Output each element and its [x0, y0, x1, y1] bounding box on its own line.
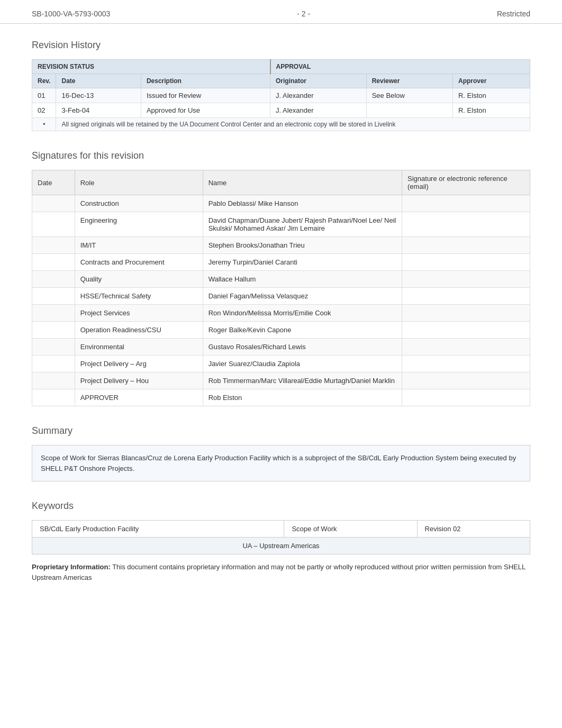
sig-row: Operation Readiness/CSURoger Balke/Kevin…	[32, 322, 530, 339]
sig-row: IM/ITStephen Brooks/Jonathan Trieu	[32, 237, 530, 254]
footer-note: Proprietary Information: This document c…	[32, 562, 530, 583]
sig-cell-name: Rob Timmerman/Marc Villareal/Eddie Murta…	[203, 372, 402, 389]
sig-cell-date	[32, 356, 75, 372]
revision-note-bullet: •	[32, 118, 56, 131]
page-number: - 2 -	[297, 10, 310, 18]
keywords-row-2: UA – Upstream Americas	[32, 538, 530, 554]
sig-cell-signature	[402, 322, 530, 339]
sig-cell-role: Construction	[75, 195, 203, 212]
sig-cell-name: Rob Elston	[203, 389, 402, 406]
sig-cell-date	[32, 389, 75, 406]
keywords-row-1: SB/CdL Early Production Facility Scope o…	[32, 521, 530, 538]
col-header-reviewer: Reviewer	[366, 74, 452, 88]
sig-cell-role: Operation Readiness/CSU	[75, 322, 203, 339]
sig-cell-signature	[402, 237, 530, 254]
sig-cell-date	[32, 305, 75, 322]
revision-cell-description: Approved for Use	[141, 103, 270, 118]
sig-col-name: Name	[203, 170, 402, 195]
sig-cell-signature	[402, 288, 530, 305]
revision-cell-reviewer	[366, 103, 452, 118]
sig-cell-date	[32, 322, 75, 339]
footer-label: Proprietary Information:	[32, 563, 111, 571]
sig-cell-role: Project Services	[75, 305, 203, 322]
sig-cell-date	[32, 339, 75, 356]
sig-cell-signature	[402, 305, 530, 322]
sig-row: Project Delivery – ArgJavier Suarez/Clau…	[32, 356, 530, 372]
revision-cell-date: 16-Dec-13	[56, 88, 141, 103]
sig-col-date: Date	[32, 170, 75, 195]
revision-status-group-header: REVISION STATUS	[32, 60, 270, 74]
sig-col-header-row: Date Role Name Signature or electronic r…	[32, 170, 530, 195]
sig-cell-role: Project Delivery – Arg	[75, 356, 203, 372]
sig-cell-name: Wallace Hallum	[203, 271, 402, 288]
restricted-label: Restricted	[497, 10, 530, 18]
sig-cell-role: Contracts and Procurement	[75, 254, 203, 271]
revision-table: REVISION STATUS APPROVAL Rev. Date Descr…	[32, 59, 530, 131]
page-header: SB-1000-VA-5793-0003 - 2 - Restricted	[0, 0, 562, 24]
sig-cell-name: Roger Balke/Kevin Capone	[203, 322, 402, 339]
keyword-revision: Revision 02	[417, 521, 530, 538]
revision-col-header-row: Rev. Date Description Originator Reviewe…	[32, 74, 530, 88]
summary-section: Summary Scope of Work for Sierras Blanca…	[32, 425, 530, 481]
revision-cell-approver: R. Elston	[452, 103, 530, 118]
col-header-originator: Originator	[270, 74, 367, 88]
revision-note-row: •All signed originals will be retained b…	[32, 118, 530, 131]
revision-cell-rev: 02	[32, 103, 56, 118]
sig-cell-date	[32, 195, 75, 212]
sig-row: Project ServicesRon Windon/Melissa Morri…	[32, 305, 530, 322]
signatures-table: Date Role Name Signature or electronic r…	[32, 170, 530, 406]
sig-cell-signature	[402, 356, 530, 372]
summary-title: Summary	[32, 425, 530, 439]
sig-cell-name: Pablo Deblassi/ Mike Hanson	[203, 195, 402, 212]
sig-cell-name: David Chapman/Duane Jubert/ Rajesh Patwa…	[203, 212, 402, 237]
sig-cell-role: Environmental	[75, 339, 203, 356]
revision-row: 023-Feb-04Approved for UseJ. AlexanderR.…	[32, 103, 530, 118]
sig-col-role: Role	[75, 170, 203, 195]
sig-row: HSSE/Technical SafetyDaniel Fagan/Meliss…	[32, 288, 530, 305]
revision-group-header-row: REVISION STATUS APPROVAL	[32, 60, 530, 74]
sig-cell-date	[32, 271, 75, 288]
doc-number: SB-1000-VA-5793-0003	[32, 10, 110, 18]
sig-cell-name: Stephen Brooks/Jonathan Trieu	[203, 237, 402, 254]
sig-cell-role: Engineering	[75, 212, 203, 237]
sig-cell-date	[32, 212, 75, 237]
sig-cell-signature	[402, 389, 530, 406]
main-content: Revision History REVISION STATUS APPROVA…	[0, 40, 562, 604]
col-header-rev: Rev.	[32, 74, 56, 88]
col-header-approver: Approver	[452, 74, 530, 88]
revision-cell-originator: J. Alexander	[270, 88, 367, 103]
revision-cell-approver: R. Elston	[452, 88, 530, 103]
sig-cell-date	[32, 254, 75, 271]
signatures-title: Signatures for this revision	[32, 150, 530, 163]
col-header-date: Date	[56, 74, 141, 88]
keywords-section: Keywords SB/CdL Early Production Facilit…	[32, 501, 530, 554]
revision-history-title: Revision History	[32, 40, 530, 53]
sig-row: ConstructionPablo Deblassi/ Mike Hanson	[32, 195, 530, 212]
sig-cell-role: Project Delivery – Hou	[75, 372, 203, 389]
sig-row: EngineeringDavid Chapman/Duane Jubert/ R…	[32, 212, 530, 237]
revision-cell-date: 3-Feb-04	[56, 103, 141, 118]
sig-cell-signature	[402, 195, 530, 212]
sig-cell-date	[32, 372, 75, 389]
sig-cell-role: APPROVER	[75, 389, 203, 406]
keywords-title: Keywords	[32, 501, 530, 514]
keyword-upstream-americas: UA – Upstream Americas	[32, 538, 530, 554]
sig-row: APPROVERRob Elston	[32, 389, 530, 406]
sig-row: Contracts and ProcurementJeremy Turpin/D…	[32, 254, 530, 271]
sig-cell-signature	[402, 271, 530, 288]
sig-cell-signature	[402, 212, 530, 237]
summary-box: Scope of Work for Sierras Blancas/Cruz d…	[32, 445, 530, 481]
approval-group-header: APPROVAL	[270, 60, 530, 74]
keyword-scope-of-work: Scope of Work	[284, 521, 417, 538]
sig-cell-role: HSSE/Technical Safety	[75, 288, 203, 305]
sig-cell-name: Gustavo Rosales/Richard Lewis	[203, 339, 402, 356]
sig-cell-name: Javier Suarez/Claudia Zapiola	[203, 356, 402, 372]
revision-note-text: All signed originals will be retained by…	[56, 118, 530, 131]
revision-cell-rev: 01	[32, 88, 56, 103]
sig-row: QualityWallace Hallum	[32, 271, 530, 288]
sig-cell-role: IM/IT	[75, 237, 203, 254]
revision-cell-reviewer: See Below	[366, 88, 452, 103]
sig-cell-role: Quality	[75, 271, 203, 288]
sig-row: Project Delivery – HouRob Timmerman/Marc…	[32, 372, 530, 389]
sig-cell-signature	[402, 372, 530, 389]
